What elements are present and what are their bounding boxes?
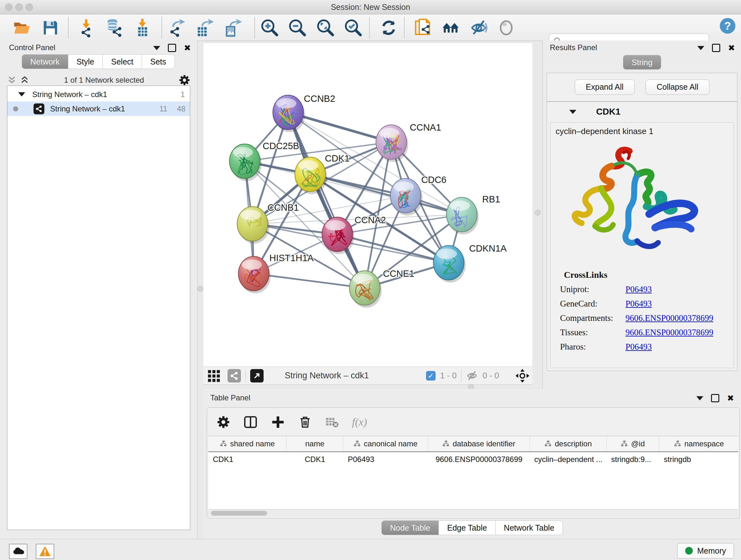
tab-node-table[interactable]: Node Table	[381, 520, 439, 535]
network-view-canvas[interactable]: CCNB2CCNA1CDC25BCDK1CDC6RB1CCNB1CCNA2CDK…	[203, 43, 532, 367]
cell-namespace[interactable]: stringdb	[659, 452, 738, 467]
column-header-database-identifier[interactable]: database identifier	[428, 436, 530, 451]
node-CDK1[interactable]	[295, 157, 327, 194]
tree-expand-icon[interactable]	[18, 92, 25, 97]
network-name: String Network – cdk1	[50, 105, 125, 113]
tab-network[interactable]: Network	[22, 54, 68, 69]
import-network-icon[interactable]	[76, 17, 96, 38]
create-column-icon[interactable]	[271, 415, 285, 429]
crosslink-label: Tissues:	[560, 327, 625, 337]
export-table-icon[interactable]	[195, 17, 215, 38]
crosslink-link[interactable]: P06493	[625, 299, 652, 309]
show-columns-icon[interactable]	[244, 415, 258, 429]
cell-shared-name[interactable]: CDK1	[208, 452, 286, 467]
tab-select[interactable]: Select	[103, 54, 142, 69]
warning-button[interactable]	[36, 544, 54, 559]
section-collapse-icon[interactable]	[569, 110, 576, 114]
node-table[interactable]: shared namenamecanonical namedatabase id…	[208, 436, 738, 509]
column-header-shared-name[interactable]: shared name	[208, 436, 286, 451]
document-share-icon[interactable]	[413, 17, 433, 38]
scrollbar-thumb[interactable]	[211, 511, 267, 516]
collapse-all-icon[interactable]	[7, 75, 17, 85]
node-CCNA1[interactable]	[376, 125, 408, 162]
panel-menu-icon[interactable]	[153, 46, 160, 50]
expand-all-icon[interactable]	[20, 75, 29, 85]
node-CDC25B[interactable]	[229, 144, 262, 181]
export-image-icon[interactable]	[223, 17, 243, 38]
node-CDC6[interactable]	[390, 179, 422, 215]
delete-column-icon[interactable]	[298, 415, 312, 429]
cloud-button[interactable]	[9, 544, 27, 559]
panel-float-icon[interactable]	[711, 394, 719, 402]
cell-name[interactable]: CDK1	[286, 452, 343, 467]
node-label-CCNA2: CCNA2	[354, 215, 386, 225]
column-header-canonical-name[interactable]: canonical name	[343, 436, 428, 451]
panel-menu-icon[interactable]	[697, 46, 704, 50]
cell-canonical-name[interactable]: P06493	[343, 452, 428, 467]
network-row[interactable]: String Network – cdk1 11 48	[7, 102, 190, 116]
zoom-in-icon[interactable]	[259, 17, 280, 38]
save-icon[interactable]	[40, 17, 61, 38]
zoom-selected-icon[interactable]	[343, 17, 363, 38]
open-in-window-icon[interactable]	[250, 369, 264, 382]
table-row[interactable]: CDK1CDK1P064939606.ENSP00000378699cyclin…	[208, 452, 738, 467]
cell-database-identifier[interactable]: 9606.ENSP00000378699	[428, 452, 530, 467]
hide-panel-icon[interactable]	[468, 17, 489, 38]
tab-string[interactable]: String	[623, 55, 661, 70]
cell-description[interactable]: cyclin–dependent ...	[530, 452, 607, 467]
tab-edge-table[interactable]: Edge Table	[439, 520, 495, 535]
import-database-icon[interactable]	[104, 17, 124, 38]
import-table-icon[interactable]	[132, 17, 152, 38]
show-panel-icon[interactable]	[496, 17, 517, 38]
panel-float-icon[interactable]	[712, 44, 720, 52]
zoom-fit-icon[interactable]	[315, 17, 336, 38]
node-CCNE1[interactable]	[349, 271, 382, 308]
selected-nodes-checkbox-icon[interactable]: ✓	[426, 371, 435, 381]
export-network-icon[interactable]	[166, 17, 187, 38]
panel-close-icon[interactable]: ✖	[727, 395, 734, 401]
panel-close-icon[interactable]: ✖	[728, 45, 735, 51]
right-splitter-handle[interactable]	[535, 210, 541, 215]
column-header-description[interactable]: description	[530, 436, 607, 451]
crosslink-link[interactable]: P06493	[625, 285, 652, 294]
tab-sets[interactable]: Sets	[142, 54, 175, 69]
panel-float-icon[interactable]	[168, 44, 176, 52]
column-header--id[interactable]: @id	[607, 436, 659, 451]
network-collection-row[interactable]: String Network – cdk1 1	[7, 87, 190, 102]
string-badge-icon[interactable]	[227, 369, 241, 382]
string-network-graph[interactable]: CCNB2CCNA1CDC25BCDK1CDC6RB1CCNB1CCNA2CDK…	[203, 43, 532, 367]
zoom-out-icon[interactable]	[287, 17, 308, 38]
cell--id[interactable]: stringdb:9...	[607, 452, 659, 467]
crosslink-link[interactable]: 9606.ENSP00000378699	[625, 313, 713, 323]
node-label-CCNB2: CCNB2	[304, 94, 335, 104]
panel-menu-icon[interactable]	[696, 396, 703, 400]
crosslink-link[interactable]: 9606.ENSP00000378699	[625, 327, 713, 337]
table-horizontal-scrollbar[interactable]	[208, 509, 738, 517]
collapse-all-button[interactable]: Collapse All	[646, 79, 710, 95]
tab-network-table[interactable]: Network Table	[495, 520, 563, 535]
node-label-CCNE1: CCNE1	[383, 268, 414, 279]
network-selected-status: 1 of 1 Network selected	[29, 76, 179, 84]
results-panel-title: Results Panel	[550, 43, 597, 52]
help-icon[interactable]: ?	[718, 16, 738, 36]
table-options-gear-icon[interactable]	[217, 415, 230, 429]
column-label: @id	[631, 439, 645, 448]
home-icon[interactable]	[441, 17, 461, 38]
expand-all-button[interactable]: Expand All	[575, 79, 635, 95]
node-CDKN1A[interactable]	[433, 246, 466, 283]
node-RB1[interactable]	[447, 197, 479, 234]
open-folder-icon[interactable]	[11, 17, 32, 38]
panel-close-icon[interactable]: ✖	[184, 45, 191, 51]
left-splitter-handle[interactable]	[198, 286, 203, 292]
node-HIST1H1A[interactable]	[239, 256, 271, 294]
column-header-name[interactable]: name	[286, 436, 343, 451]
network-options-gear-icon[interactable]	[179, 74, 190, 86]
tab-style[interactable]: Style	[68, 54, 103, 69]
crosslink-link[interactable]: P06493	[625, 342, 652, 352]
node-CCNB2[interactable]	[273, 95, 305, 132]
column-header-namespace[interactable]: namespace	[659, 436, 738, 451]
fit-content-crosshair-icon[interactable]	[515, 368, 530, 383]
refresh-layout-icon[interactable]	[379, 17, 399, 38]
memory-button[interactable]: Memory	[677, 543, 734, 558]
birds-eye-grid-icon[interactable]	[207, 369, 221, 383]
